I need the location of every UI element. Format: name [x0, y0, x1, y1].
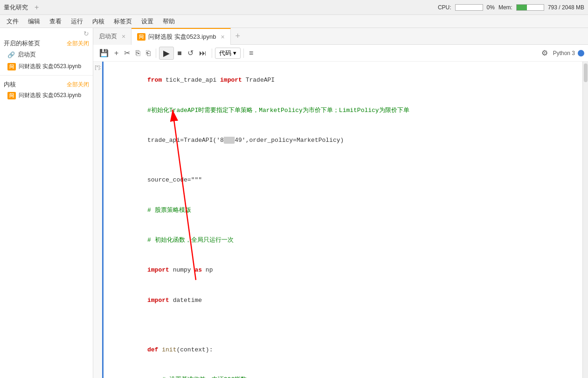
- add-tab-icon[interactable]: +: [231, 28, 245, 45]
- paste-button[interactable]: ⎗: [144, 48, 153, 59]
- tab-notebook-close[interactable]: ×: [221, 33, 224, 41]
- code-line-6: # 初始化函数，全局只运行一次: [104, 225, 582, 255]
- add-tab-button[interactable]: +: [32, 3, 42, 12]
- code-line-1: from tick_trade_api import TradeAPI: [104, 65, 582, 95]
- cell-type-dropdown[interactable]: 代码 ▾: [215, 48, 241, 59]
- tab-notebook[interactable]: 问 问财选股 实盘0523.ipynb ×: [131, 28, 230, 45]
- add-cell-button[interactable]: +: [112, 48, 121, 59]
- tab-startup[interactable]: 启动页 ×: [93, 28, 131, 45]
- code-editor[interactable]: from tick_trade_api import TradeAPI #初始化…: [104, 62, 582, 378]
- tab-notebook-label: 问财选股 实盘0523.ipynb: [148, 33, 216, 41]
- tab-startup-label: 启动页: [99, 32, 117, 41]
- cpu-percent: 0%: [487, 4, 495, 11]
- menu-view[interactable]: 查看: [45, 16, 66, 27]
- code-line-9: def init(context):: [104, 335, 582, 365]
- cpu-progress-bar: [455, 4, 483, 11]
- restart-button[interactable]: ↺: [185, 47, 196, 59]
- save-button[interactable]: 💾: [97, 47, 111, 59]
- code-line-3: trade_api=TradeAPI('8███49',order_policy…: [104, 126, 582, 155]
- startup-link-icon: 🔗: [7, 51, 15, 58]
- cut-button[interactable]: ✂: [122, 47, 132, 59]
- cpu-label: CPU:: [438, 4, 451, 11]
- kernel-status-circle: [578, 50, 584, 56]
- scrollbar-track[interactable]: [582, 62, 588, 378]
- code-line-7: import numpy as np: [104, 255, 582, 285]
- close-all-kernels-button[interactable]: 全部关闭: [67, 81, 89, 89]
- menu-file[interactable]: 文件: [2, 16, 23, 27]
- kernel-title: 内核: [4, 80, 16, 89]
- code-line-empty-1: [104, 155, 582, 165]
- mem-progress-bar: [516, 4, 544, 11]
- cell-indicator-bar: [*]:: [93, 62, 104, 378]
- tab-startup-close[interactable]: ×: [122, 33, 125, 40]
- sidebar-refresh-icon[interactable]: ↻: [83, 30, 89, 37]
- run-button[interactable]: ▶: [159, 47, 174, 60]
- copy-button[interactable]: ⎘: [133, 48, 143, 59]
- kernel-notebook-icon: 问: [7, 92, 16, 99]
- menu-settings[interactable]: 设置: [137, 16, 158, 27]
- menu-kernel[interactable]: 内核: [88, 16, 109, 27]
- menu-run[interactable]: 运行: [66, 16, 88, 27]
- menu-help[interactable]: 帮助: [158, 16, 180, 27]
- sidebar-item-startup[interactable]: 🔗 启动页: [0, 49, 93, 61]
- app-title: 量化研究: [4, 3, 28, 12]
- dropdown-arrow-icon: ▾: [233, 49, 236, 56]
- mem-value: 793 / 2048 MB: [548, 4, 584, 11]
- code-line-8: import datetime: [104, 285, 582, 315]
- code-line-4: source_code=""": [104, 165, 582, 195]
- cell-type-label: 代码: [219, 49, 231, 57]
- code-line-10: # 设置基准收益：中证300指数: [104, 365, 582, 378]
- tab-notebook-icon: 问: [137, 33, 145, 41]
- stop-button[interactable]: ■: [175, 48, 184, 59]
- code-line-empty-2: [104, 315, 582, 325]
- menu-tabs[interactable]: 标签页: [109, 16, 137, 27]
- fastforward-button[interactable]: ⏭: [197, 48, 209, 59]
- sidebar-kernel-item[interactable]: 问 问财选股 实盘0523.ipynb: [0, 90, 93, 101]
- lang-label: Python 3: [553, 50, 575, 56]
- notebook-icon: 问: [7, 63, 16, 70]
- code-line-2: #初始化TradeAPI时需要指定下单策略，MarketPolicy为市价下单；…: [104, 95, 582, 125]
- scrollbar-thumb[interactable]: [584, 63, 588, 82]
- cell-run-label: [*]:: [95, 64, 102, 70]
- mem-label: Mem:: [498, 4, 512, 11]
- settings-gear-button[interactable]: ⚙: [539, 47, 550, 59]
- menu-edit[interactable]: 编辑: [23, 16, 45, 27]
- code-line-5: # 股票策略模版: [104, 195, 582, 225]
- open-tabs-title: 开启的标签页: [4, 39, 40, 48]
- code-line-empty-3: [104, 325, 582, 335]
- sidebar-item-notebook[interactable]: 问 问财选股 实盘0523.ipynb: [0, 61, 93, 72]
- close-all-tabs-button[interactable]: 全部关闭: [67, 40, 89, 48]
- outline-button[interactable]: ≡: [247, 48, 256, 59]
